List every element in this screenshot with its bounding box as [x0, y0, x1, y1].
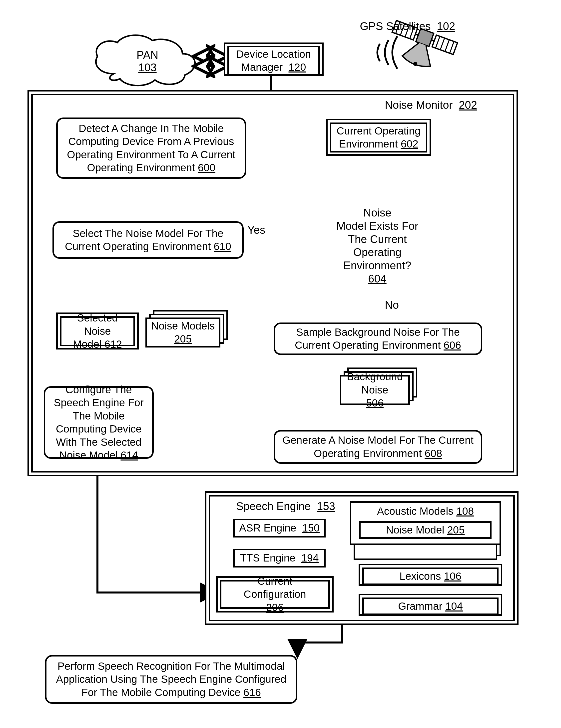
- detect-num: 600: [198, 162, 216, 173]
- tts-engine: TTS Engine 194: [233, 549, 325, 567]
- se-title: Speech Engine: [236, 500, 310, 512]
- svg-rect-6: [432, 35, 457, 55]
- dlm-name: Device Location: [237, 48, 311, 60]
- lex-num: 106: [444, 570, 461, 582]
- current-operating-env: Current Operating Environment 602: [330, 123, 427, 153]
- svg-line-9: [445, 40, 449, 51]
- dlm-name2: Manager: [241, 61, 282, 73]
- detect-change-box: Detect A Change In The Mobile Computing …: [56, 117, 246, 179]
- asr-num: 150: [302, 522, 319, 534]
- dec2: Model Exists For: [322, 219, 432, 233]
- pan-name: PAN: [128, 49, 168, 61]
- grammar: Grammar 104: [362, 597, 498, 615]
- yes-label: Yes: [248, 224, 266, 236]
- generate-noise-model: Generate A Noise Model For The Current O…: [274, 430, 482, 464]
- dec3: The Current Operating: [322, 233, 432, 259]
- select-noise-model: Select The Noise Model For The Current O…: [53, 221, 244, 259]
- gps-num: 102: [437, 20, 455, 32]
- nm-text: Noise Models: [151, 319, 215, 333]
- am-num: 108: [456, 505, 474, 517]
- dlm-num: 120: [288, 61, 306, 73]
- noise-models: Noise Models 205: [146, 317, 221, 347]
- tts-num: 194: [301, 552, 319, 564]
- pan-num: 103: [128, 61, 168, 74]
- perform-speech-recognition: Perform Speech Recognition For The Multi…: [45, 655, 297, 704]
- decision-label: Noise Model Exists For The Current Opera…: [322, 206, 432, 285]
- svg-line-12: [431, 40, 434, 41]
- no-label: No: [385, 299, 399, 311]
- cc-num: 206: [266, 601, 283, 614]
- gram-num: 104: [445, 600, 463, 612]
- gps-text: GPS Satellites: [360, 20, 431, 32]
- nmi-num: 205: [447, 524, 465, 536]
- svg-line-10: [450, 41, 454, 53]
- dec-num: 604: [322, 272, 432, 285]
- asr-engine: ASR Engine 150: [233, 519, 325, 537]
- select-text: Select The Noise Model For The Current O…: [65, 227, 224, 253]
- noise-model-inner: Noise Model 205: [359, 521, 491, 539]
- noise-monitor-title: Noise Monitor 202: [385, 99, 477, 111]
- nm-title-num: 202: [459, 99, 477, 111]
- select-num: 610: [214, 241, 231, 252]
- perf-num: 616: [244, 687, 261, 698]
- gen-num: 608: [424, 447, 442, 459]
- signal-waves-icon: [377, 36, 397, 69]
- speech-engine-title: Speech Engine 153: [236, 500, 335, 513]
- se-title-num: 153: [317, 500, 335, 512]
- dec1: Noise: [322, 206, 432, 219]
- pan-cloud-label: PAN 103: [128, 49, 168, 74]
- current-configuration: Current Configuration 206: [220, 580, 330, 609]
- lex-text: Lexicons: [399, 570, 441, 582]
- nm-num: 205: [174, 333, 192, 346]
- svg-line-7: [435, 36, 440, 48]
- gram-text: Grammar: [398, 600, 442, 612]
- device-location-manager: Device Location Manager 120: [228, 46, 320, 76]
- svg-line-8: [440, 38, 444, 50]
- am-text: Acoustic Models: [377, 505, 453, 517]
- lexicons: Lexicons 106: [362, 567, 498, 585]
- cc-text: Current Configuration: [225, 575, 325, 601]
- nmi-text: Noise Model: [386, 524, 444, 536]
- configure-speech-engine: Configure The Speech Engine For The Mobi…: [44, 386, 154, 459]
- sample-num: 606: [443, 339, 461, 351]
- sample-background-noise: Sample Background Noise For The Current …: [274, 323, 482, 355]
- asr-text: ASR Engine: [239, 522, 296, 534]
- selected-noise-model: Selected Noise Model 612: [60, 316, 135, 346]
- sn-num: 612: [105, 338, 122, 350]
- acoustic-stack1: [353, 543, 497, 560]
- gps-satellites-label: GPS Satellites 102: [360, 20, 455, 33]
- tts-text: TTS Engine: [240, 552, 295, 564]
- sample-text: Sample Background Noise For The Current …: [295, 326, 460, 351]
- bg-text: Background Noise: [345, 370, 405, 397]
- gen-text: Generate A Noise Model For The Current O…: [282, 434, 473, 459]
- svg-line-11: [415, 34, 418, 35]
- cur-env-num: 602: [401, 138, 418, 150]
- bg-num: 506: [366, 397, 383, 410]
- background-noise: Background Noise 506: [340, 375, 410, 405]
- nm-title: Noise Monitor: [385, 99, 452, 111]
- svg-point-13: [412, 61, 418, 67]
- dec4: Environment?: [322, 259, 432, 272]
- cfg-num: 614: [121, 449, 138, 461]
